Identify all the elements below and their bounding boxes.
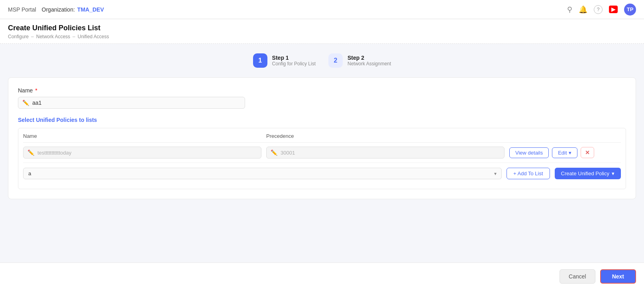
name-label: Name * [18, 87, 626, 94]
breadcrumb: Configure – Network Access – Unified Acc… [8, 34, 636, 43]
main-content: 1 Step 1 Config for Policy List 2 Step 2… [0, 44, 644, 209]
footer: Cancel Next [0, 263, 644, 290]
policy-table-header: Name Precedence [23, 133, 621, 143]
close-icon: ✕ [585, 149, 590, 156]
name-input[interactable] [32, 100, 241, 106]
pencil-icon: ✏️ [22, 100, 29, 106]
avatar[interactable]: TP [624, 4, 636, 16]
bell-icon[interactable]: 🔔 [579, 5, 587, 14]
policy-precedence-wrap: ✏️ [266, 147, 505, 159]
step-2-sublabel: Network Assignment [348, 61, 391, 67]
breadcrumb-unified-access[interactable]: Unified Access [78, 34, 109, 39]
page-header: Create Unified Policies List Configure –… [0, 19, 644, 44]
add-row: a ▾ + Add To List Create Unified Policy … [23, 163, 621, 184]
step-1-sublabel: Config for Policy List [272, 61, 316, 67]
policy-select[interactable]: a ▾ [23, 168, 502, 179]
chevron-down-icon: ▾ [569, 150, 571, 156]
pencil-icon: ✏️ [271, 149, 277, 156]
table-row: ✏️ ✏️ View details Edit ▾ [23, 143, 621, 163]
breadcrumb-configure[interactable]: Configure [8, 34, 29, 39]
step-1: 1 Step 1 Config for Policy List [253, 53, 316, 68]
topnav-right: ⚲ 🔔 ? ▶ TP [567, 4, 636, 16]
name-input-wrapper: ✏️ [18, 97, 245, 109]
chevron-down-icon: ▾ [494, 171, 497, 176]
view-details-button[interactable]: View details [509, 147, 549, 158]
next-button[interactable]: Next [600, 269, 636, 284]
step-2-label: Step 2 [348, 55, 391, 61]
add-to-list-button[interactable]: + Add To List [507, 168, 550, 179]
breadcrumb-network-access[interactable]: Network Access [36, 34, 70, 39]
create-unified-policy-button[interactable]: Create Unified Policy ▾ [555, 168, 621, 179]
col-header-precedence: Precedence [266, 133, 505, 139]
policy-table: Name Precedence ✏️ ✏️ [18, 128, 626, 189]
policy-name-wrap: ✏️ [23, 147, 261, 159]
search-icon[interactable]: ⚲ [567, 5, 572, 14]
form-card: Name * ✏️ Select Unified Policies to lis… [8, 77, 636, 199]
select-value: a [28, 170, 494, 176]
topnav-org-name: TMA_DEV [77, 6, 104, 13]
step-1-bubble: 1 [253, 53, 267, 68]
edit-button[interactable]: Edit ▾ [552, 147, 577, 158]
youtube-icon[interactable]: ▶ [609, 6, 618, 13]
delete-button[interactable]: ✕ [581, 147, 594, 158]
page-title: Create Unified Policies List [8, 24, 636, 32]
topnav: MSP Portal Organization: TMA_DEV ⚲ 🔔 ? ▶… [0, 0, 644, 19]
chevron-down-icon: ▾ [612, 170, 615, 176]
policy-name-input[interactable] [37, 150, 257, 156]
step-1-label: Step 1 [272, 55, 316, 61]
topnav-brand: MSP Portal [8, 6, 36, 13]
steps-container: 1 Step 1 Config for Policy List 2 Step 2… [8, 53, 636, 68]
step-2: 2 Step 2 Network Assignment [328, 53, 391, 68]
section-title: Select Unified Policies to lists [18, 117, 626, 123]
required-marker: * [35, 87, 37, 94]
step-2-bubble: 2 [328, 53, 343, 68]
content-area: 1 Step 1 Config for Policy List 2 Step 2… [0, 44, 644, 263]
help-icon[interactable]: ? [594, 5, 603, 14]
cancel-button[interactable]: Cancel [560, 269, 595, 284]
topnav-left: MSP Portal Organization: TMA_DEV [8, 6, 104, 13]
row-actions: View details Edit ▾ ✕ [509, 147, 621, 158]
pencil-icon: ✏️ [27, 149, 34, 156]
col-header-name: Name [23, 133, 261, 139]
topnav-org-label: Organization: [42, 6, 75, 13]
policy-precedence-input[interactable] [281, 150, 500, 156]
